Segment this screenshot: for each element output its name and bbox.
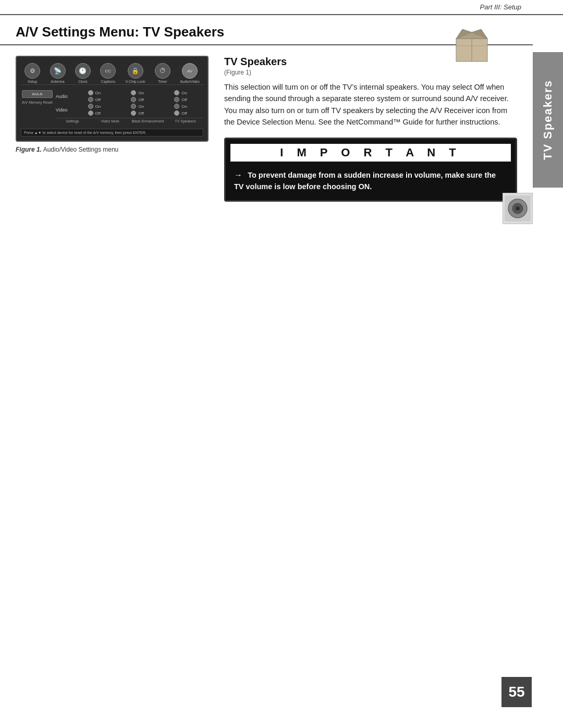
setup-icon: ⚙ [25,63,40,79]
col-videomute: Video Mute [93,119,127,123]
menu-footer: Press ▲▼ to select device for reset of t… [21,129,203,137]
page-number: 55 [501,677,532,707]
figure-caption-bold: Figure 1. [16,146,42,153]
column-headers: Settings Video Mute Black Enhancement TV… [56,118,202,124]
page-number-text: 55 [508,684,524,700]
svg-point-10 [517,208,519,209]
main-content: A/V Settings Menu: TV Speakers ⚙ Se [0,0,533,212]
icon-timer: ⏱ Timer [155,63,170,83]
right-tab-label: TV Speakers [541,80,555,160]
right-column: TV Speakers (Figure 1) This selection wi… [224,56,517,202]
important-body: → To prevent damage from a sudden increa… [226,163,516,200]
col-settings: Settings [56,119,89,123]
menu-rows: Audio On Off [56,90,202,116]
figure-ref: (Figure 1) [224,69,517,76]
off-radio [88,97,93,102]
col-tvspeakers: TV Speakers [169,119,202,123]
menu-image: ⚙ Setup 📡 Antenna 🕐 Clock CC Captions [16,56,209,142]
audio-row: Audio On Off [56,90,202,102]
icon-captions: CC Captions [100,63,116,83]
menu-body: Ant-A A/V Memory Reset Audio [21,88,203,126]
page-title: A/V Settings Menu: TV Speakers [16,24,517,44]
audio-options: On Off On Off [72,90,202,102]
figure-caption: Figure 1. Audio/Video Settings menu [16,146,209,153]
col3-video: On Off [159,104,202,116]
audio-label: Audio [56,94,69,99]
box-icon [452,27,494,64]
two-column-layout: ⚙ Setup 📡 Antenna 🕐 Clock CC Captions [0,45,533,212]
col2-audio: On Off [116,90,159,102]
on-off-group: On Off [88,90,101,102]
captions-icon: CC [100,63,116,79]
on-radio [131,90,136,95]
on-radio [174,90,179,95]
off-radio [131,97,136,102]
left-column: ⚙ Setup 📡 Antenna 🕐 Clock CC Captions [16,56,209,202]
on-off-group: On Off [131,104,144,116]
video-row: Video On Off [56,104,202,116]
video-options: On Off On Off [72,104,202,116]
important-text: To prevent damage from a sudden increase… [234,171,496,191]
on-off-group: On Off [131,90,144,102]
menu-top-icons: ⚙ Setup 📡 Antenna 🕐 Clock CC Captions [21,61,203,85]
memory-reset-label: A/V Memory Reset [22,100,53,105]
col-blackenh: Black Enhancement [131,119,164,123]
menu-left-panel: Ant-A A/V Memory Reset [22,90,53,124]
on-off-group: On Off [174,90,187,102]
antenna-icon: 📡 [50,63,66,79]
figure-caption-rest: Audio/Video Settings menu [43,146,119,153]
icon-audiovideo: AV Audio/Video [180,63,200,83]
audiovideo-icon: AV [182,63,198,79]
col3-audio: On Off [159,90,202,102]
icon-clock: 🕐 Clock [75,63,91,83]
right-tab: TV Speakers [533,52,563,188]
icon-setup: ⚙ Setup [25,63,40,83]
important-header-text: I M P O R T A N T [280,146,461,159]
menu-footer-text: Press ▲▼ to select device for reset of t… [24,131,200,134]
icon-vchip: 🔒 V-Chip Lock [126,63,145,83]
timer-icon: ⏱ [155,63,170,79]
video-label: Video [56,107,69,113]
col1-video: On Off [72,104,116,116]
speaker-icon [503,193,533,224]
on-off-group: On Off [174,104,187,116]
important-header: I M P O R T A N T [229,142,512,163]
col2-video: On Off [116,104,159,116]
ant-badge: Ant-A [22,90,53,98]
on-radio [174,104,179,109]
off-radio [174,97,179,102]
vchip-icon: 🔒 [128,63,143,79]
menu-right-panel: Audio On Off [56,90,202,124]
on-radio [88,104,93,109]
clock-icon: 🕐 [75,63,91,79]
important-arrow: → [234,170,242,179]
icon-antenna: 📡 Antenna [50,63,66,83]
section-body: This selection will turn on or off the T… [224,81,517,128]
off-radio [174,110,179,116]
off-radio [131,110,136,116]
col1-audio: On Off [72,90,116,102]
on-radio [131,104,136,109]
off-radio [88,110,93,116]
important-box: I M P O R T A N T → To prevent damage fr… [224,138,517,202]
on-radio [88,90,93,95]
on-off-group: On Off [88,104,101,116]
